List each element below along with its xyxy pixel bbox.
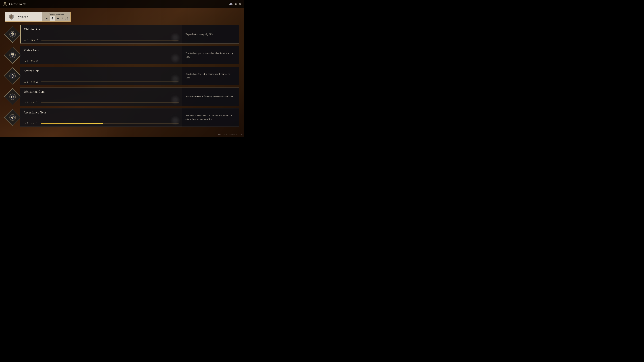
- gem-level-ascendance: Lv. 2: [24, 122, 28, 125]
- gem-next-scorch: Next 2: [31, 80, 38, 83]
- page-title: Create Gems: [9, 2, 26, 6]
- gem-diamond-wrap-wellspring: [5, 87, 20, 106]
- number-max: 30: [65, 16, 68, 20]
- currency-display: 30: [229, 2, 237, 6]
- gem-panel-wellspring: Wellspring Gem Lv. 1 Next 2: [20, 87, 182, 106]
- gem-name-ascendance: Ascendance Gem: [24, 111, 178, 114]
- gem-progress-scorch: [41, 81, 178, 82]
- gem-next-vortex: Next 2: [31, 59, 38, 62]
- gem-desc-text-wellspring: Restores 30 Health for every 100 enemies…: [186, 95, 234, 98]
- gem-next-ascendance: Next 1: [31, 122, 38, 125]
- gem-row-vortex[interactable]: Vortex Gem Lv. 1 Next 2 Boosts damage to…: [5, 46, 239, 64]
- gem-level-row-oblivion: Lv. 1 Next 2: [24, 39, 178, 42]
- gem-panel-ascendance: Ascendance Gem Lv. 2 Next 1: [20, 108, 182, 127]
- gem-level-wellspring: Lv. 1: [24, 101, 28, 104]
- gem-diamond-ascendance: [4, 109, 21, 126]
- gem-name-wellspring: Wellspring Gem: [24, 90, 178, 93]
- svg-marker-7: [11, 16, 12, 18]
- gem-progress-vortex: [41, 61, 178, 61]
- copyright-text: ©KOEI TECMO GAMES CO., LTD.: [217, 134, 242, 135]
- header-left: Create Gems: [3, 2, 26, 6]
- gem-desc-ascendance: Activates a 32% chance to automatically …: [182, 108, 239, 127]
- gem-next-oblivion: Next 2: [31, 39, 38, 42]
- gem-diamond-wrap-ascendance: [5, 108, 20, 127]
- gem-icon-oblivion: [8, 30, 16, 38]
- gem-diamond-wrap-oblivion: [5, 25, 20, 43]
- gem-diamond-wrap-scorch: [5, 67, 20, 85]
- gem-icon-scorch: [8, 72, 16, 80]
- gem-name-vortex: Vortex Gem: [24, 48, 178, 52]
- gem-progress-oblivion: [41, 40, 178, 40]
- gem-list: Oblivion Gem Lv. 1 Next 2 Expands attack…: [5, 25, 239, 133]
- gem-desc-wellspring: Restores 30 Health for every 100 enemies…: [182, 87, 239, 106]
- gem-row-oblivion[interactable]: Oblivion Gem Lv. 1 Next 2 Expands attack…: [5, 25, 239, 43]
- gem-diamond-vortex: [4, 46, 21, 64]
- gem-level-row-wellspring: Lv. 1 Next 2: [24, 101, 178, 104]
- gem-progress-fill-ascendance: [41, 123, 103, 124]
- svg-point-17: [10, 94, 16, 100]
- gem-icon-vortex: [8, 51, 16, 59]
- gem-level-oblivion: Lv. 1: [24, 39, 29, 42]
- number-label: Number Generated: [49, 13, 64, 15]
- svg-marker-1: [4, 3, 6, 5]
- gem-desc-text-vortex: Boosts damage to enemies launched into t…: [186, 51, 236, 59]
- gem-diamond-wrap-vortex: [5, 46, 20, 64]
- gem-row-scorch[interactable]: Scorch Gem Lv. 1 Next 2 Boosts damage de…: [5, 67, 239, 85]
- gem-level-scorch: Lv. 1: [24, 80, 28, 83]
- slash-separator: /: [62, 17, 63, 20]
- main-content: Pyroxene Number Generated ◀ 4 ▶ / 30: [0, 8, 244, 137]
- gem-diamond-oblivion: [4, 26, 21, 43]
- gem-level-row-vortex: Lv. 1 Next 2: [24, 59, 178, 62]
- material-icon: [8, 14, 14, 20]
- gem-desc-scorch: Boosts damage dealt to enemies with parr…: [182, 67, 239, 85]
- material-name: Pyroxene: [16, 15, 28, 18]
- gem-name-oblivion: Oblivion Gem: [24, 28, 178, 31]
- gem-name-scorch: Scorch Gem: [24, 69, 178, 73]
- header-right: 30 ✕: [229, 2, 242, 6]
- header-bar: Create Gems 30 ✕: [0, 0, 244, 8]
- number-controls: ◀ 4 ▶ / 30: [44, 16, 68, 21]
- number-container: Number Generated ◀ 4 ▶ / 30: [44, 13, 68, 21]
- gem-icon-wellspring: [8, 93, 16, 101]
- gem-row-ascendance[interactable]: Ascendance Gem Lv. 2 Next 1 Activates a …: [5, 108, 239, 127]
- increment-button[interactable]: ▶: [56, 16, 60, 20]
- gem-level-row-ascendance: Lv. 2 Next 1: [24, 122, 178, 125]
- gem-progress-wellspring: [41, 102, 178, 103]
- gem-level-vortex: Lv. 1: [24, 59, 28, 62]
- app-icon: [3, 2, 8, 6]
- gem-desc-vortex: Boosts damage to enemies launched into t…: [182, 46, 239, 64]
- gem-desc-text-ascendance: Activates a 32% chance to automatically …: [186, 114, 236, 121]
- currency-amount: 30: [234, 3, 237, 6]
- svg-point-4: [230, 3, 232, 4]
- gem-panel-scorch: Scorch Gem Lv. 1 Next 2: [20, 67, 182, 85]
- number-value: 4: [50, 16, 55, 21]
- gem-next-wellspring: Next 2: [31, 101, 38, 104]
- gem-desc-oblivion: Expands attack range by 10%.: [182, 25, 239, 43]
- svg-point-9: [12, 34, 13, 35]
- material-selector[interactable]: Pyroxene: [5, 12, 42, 22]
- gem-diamond-wellspring: [4, 88, 21, 105]
- gem-panel-oblivion: Oblivion Gem Lv. 1 Next 2: [20, 25, 182, 43]
- close-button[interactable]: ✕: [239, 2, 242, 6]
- gem-desc-text-oblivion: Expands attack range by 10%.: [186, 32, 214, 36]
- gem-diamond-scorch: [4, 67, 21, 84]
- gem-desc-text-scorch: Boosts damage dealt to enemies with parr…: [186, 72, 236, 80]
- number-generated-box: Number Generated ◀ 4 ▶ / 30: [42, 12, 71, 22]
- gem-progress-ascendance: [41, 123, 178, 124]
- currency-icon: [229, 2, 233, 6]
- gem-level-row-scorch: Lv. 1 Next 2: [24, 80, 178, 83]
- gem-panel-vortex: Vortex Gem Lv. 1 Next 2: [20, 46, 182, 64]
- gem-row-wellspring[interactable]: Wellspring Gem Lv. 1 Next 2 Restores 30 …: [5, 87, 239, 106]
- gem-icon-ascendance: [8, 113, 16, 121]
- decrement-button[interactable]: ◀: [44, 16, 48, 20]
- selector-row: Pyroxene Number Generated ◀ 4 ▶ / 30: [5, 12, 239, 22]
